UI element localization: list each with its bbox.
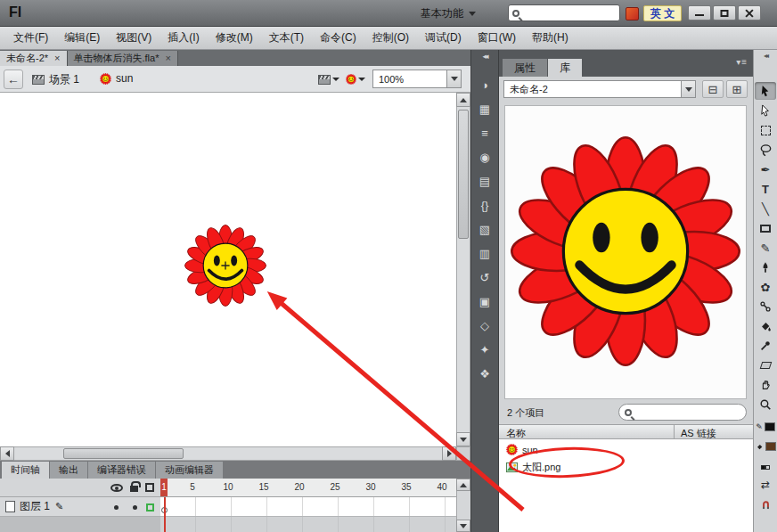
strings-panel-icon[interactable]: ✦ xyxy=(474,340,495,359)
scroll-left-button[interactable] xyxy=(0,446,14,461)
tab-library[interactable]: 库 xyxy=(548,59,582,77)
eraser-tool[interactable] xyxy=(755,356,776,374)
collapse-tools-button[interactable]: ◂◂ xyxy=(754,52,777,60)
edit-symbol-button[interactable] xyxy=(344,70,367,88)
deco-tool[interactable]: ✿ xyxy=(755,278,776,296)
breadcrumb-symbol[interactable]: sun xyxy=(100,72,133,85)
scroll-up-button[interactable] xyxy=(456,93,470,107)
vertical-scroll-thumb[interactable] xyxy=(458,110,469,239)
line-tool[interactable]: ╲ xyxy=(755,200,776,217)
pen-tool[interactable]: ✒ xyxy=(755,160,776,178)
workspace-switcher[interactable]: 基本功能 xyxy=(421,6,476,21)
close-button[interactable] xyxy=(738,5,761,20)
scroll-down-button[interactable] xyxy=(456,520,470,532)
timeline-ruler[interactable]: 1 5 10 15 20 25 30 35 40 xyxy=(160,479,456,497)
panel-menu-icon[interactable]: ▾≡ xyxy=(736,57,748,67)
library-document-dropdown[interactable]: 未命名-2 xyxy=(503,80,696,98)
timeline-scrollbar[interactable] xyxy=(456,479,470,532)
text-tool[interactable]: T xyxy=(755,180,776,198)
close-icon[interactable]: × xyxy=(165,53,170,63)
rectangle-tool[interactable] xyxy=(755,219,776,237)
tab-timeline[interactable]: 时间轴 xyxy=(2,462,49,479)
menu-file[interactable]: 文件(F) xyxy=(5,27,56,49)
library-column-headers[interactable]: 名称 AS 链接 xyxy=(499,424,753,439)
ime-language-badge[interactable]: 英 文 xyxy=(643,5,682,21)
pin-library-button[interactable]: ⊟ xyxy=(702,80,724,98)
bone-tool[interactable] xyxy=(755,298,776,315)
menu-debug[interactable]: 调试(D) xyxy=(417,27,470,49)
transform-panel-icon[interactable]: ◇ xyxy=(474,315,495,335)
scroll-down-button[interactable] xyxy=(456,432,470,446)
search-input[interactable] xyxy=(523,8,616,19)
menu-view[interactable]: 视图(V) xyxy=(108,27,159,49)
paint-bucket-tool[interactable] xyxy=(755,317,776,335)
snap-to-objects-button[interactable] xyxy=(755,495,776,513)
color-panel-icon[interactable]: ◑ xyxy=(474,75,495,94)
new-library-panel-button[interactable]: ⊞ xyxy=(726,80,748,98)
stage-flower-instance[interactable] xyxy=(184,225,266,307)
code-snippets-panel-icon[interactable]: {} xyxy=(474,195,495,215)
menu-window[interactable]: 窗口(W) xyxy=(470,27,524,49)
show-hide-layers-icon[interactable] xyxy=(110,484,123,492)
free-transform-tool[interactable] xyxy=(755,121,776,139)
tab-motion-editor[interactable]: 动画编辑器 xyxy=(156,462,223,479)
menu-help[interactable]: 帮助(H) xyxy=(524,27,577,49)
lock-layers-icon[interactable] xyxy=(130,486,138,492)
back-button[interactable]: ← xyxy=(4,70,23,89)
layer-lock-dot[interactable] xyxy=(133,505,137,510)
zoom-dropdown-button[interactable] xyxy=(446,70,461,87)
menu-edit[interactable]: 编辑(E) xyxy=(56,27,108,49)
tab-compiler-errors[interactable]: 编译器错误 xyxy=(88,462,155,479)
library-search-input[interactable] xyxy=(635,407,740,418)
scroll-right-button[interactable] xyxy=(442,446,456,461)
selection-tool[interactable] xyxy=(755,82,776,100)
doc-tab-click-vanish[interactable]: 单击物体后消失.fla* × xyxy=(68,51,178,66)
zoom-dropdown[interactable]: 100% xyxy=(372,70,462,88)
default-colors-button[interactable] xyxy=(761,460,770,472)
minimize-button[interactable] xyxy=(688,5,711,20)
info-panel-icon[interactable]: ◉ xyxy=(474,147,495,167)
scene-panel-icon[interactable]: ▣ xyxy=(474,291,495,311)
horizontal-scroll-thumb[interactable] xyxy=(63,448,184,459)
layer-outline-color-swatch[interactable] xyxy=(146,503,154,512)
breadcrumb-scene[interactable]: 场景 1 xyxy=(32,72,79,87)
stage-vertical-scrollbar[interactable] xyxy=(456,93,470,446)
layer-1-frames[interactable] xyxy=(160,497,456,517)
scroll-up-button[interactable] xyxy=(456,479,470,491)
app-search-box[interactable] xyxy=(508,4,620,21)
fill-color-swatch[interactable] xyxy=(765,442,776,451)
tab-properties[interactable]: 属性 xyxy=(503,59,547,77)
hand-tool[interactable] xyxy=(755,376,776,394)
behaviors-panel-icon[interactable]: ❖ xyxy=(474,364,495,383)
eyedropper-tool[interactable] xyxy=(755,337,776,355)
stroke-color-control[interactable]: ✎ xyxy=(755,419,776,435)
lasso-tool[interactable] xyxy=(755,141,776,159)
library-search-box[interactable] xyxy=(618,404,747,421)
expand-panels-button[interactable]: ◂◂ xyxy=(471,52,498,61)
subselection-tool[interactable] xyxy=(755,102,776,119)
align-panel-icon[interactable]: ≡ xyxy=(474,123,495,143)
menu-control[interactable]: 控制(O) xyxy=(364,27,417,49)
filters-panel-icon[interactable]: ▤ xyxy=(474,171,495,191)
close-icon[interactable]: × xyxy=(54,53,60,63)
menu-insert[interactable]: 插入(I) xyxy=(159,27,207,49)
zoom-tool[interactable] xyxy=(755,396,776,413)
outline-layers-icon[interactable] xyxy=(145,483,154,492)
column-as-linkage[interactable]: AS 链接 xyxy=(681,427,716,440)
dropdown-button[interactable] xyxy=(681,81,695,97)
stroke-color-swatch[interactable] xyxy=(765,422,775,431)
column-divider[interactable] xyxy=(674,425,675,438)
swap-colors-button[interactable]: ⇄ xyxy=(755,476,776,494)
maximize-button[interactable] xyxy=(713,5,736,20)
components-panel-icon[interactable]: ▧ xyxy=(474,219,495,239)
column-name[interactable]: 名称 xyxy=(506,427,526,440)
tab-output[interactable]: 输出 xyxy=(50,462,87,479)
stage-canvas[interactable] xyxy=(0,93,470,461)
layer-visibility-dot[interactable] xyxy=(114,505,119,510)
menu-modify[interactable]: 修改(M) xyxy=(208,27,261,49)
ime-icon[interactable] xyxy=(626,7,639,20)
edit-scene-button[interactable] xyxy=(317,70,340,88)
menu-commands[interactable]: 命令(C) xyxy=(312,27,364,49)
swatches-panel-icon[interactable]: ▦ xyxy=(474,99,495,119)
menu-text[interactable]: 文本(T) xyxy=(261,27,312,49)
